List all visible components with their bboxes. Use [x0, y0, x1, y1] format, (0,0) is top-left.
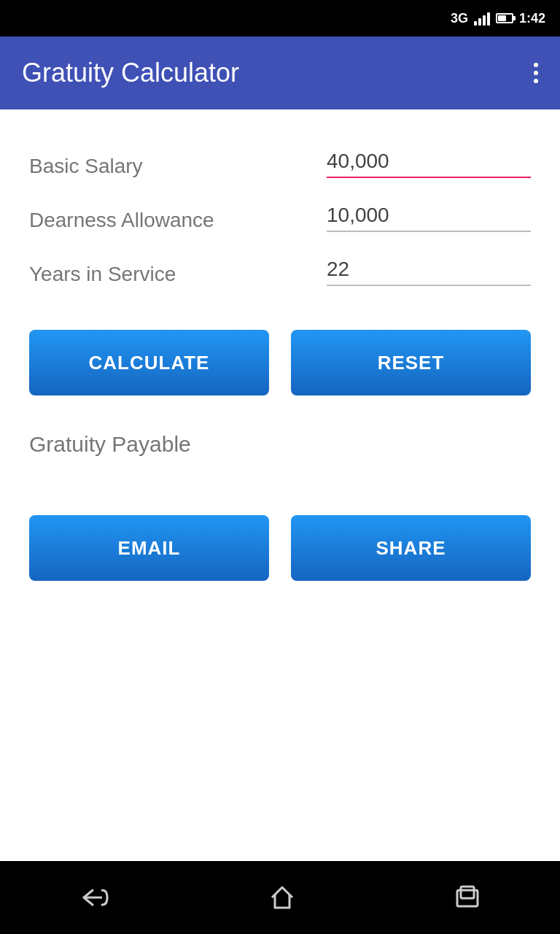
clock: 1:42: [519, 11, 545, 26]
battery-icon: [496, 13, 513, 23]
years-in-service-label: Years in Service: [29, 263, 176, 286]
dearness-allowance-input[interactable]: [327, 200, 531, 232]
recents-button[interactable]: [451, 881, 483, 914]
share-button[interactable]: SHARE: [291, 515, 531, 581]
more-options-button[interactable]: [534, 63, 538, 83]
app-title: Gratuity Calculator: [22, 58, 239, 88]
years-in-service-input-wrapper: [327, 254, 531, 286]
home-button[interactable]: [266, 881, 298, 914]
dearness-allowance-input-wrapper: [327, 200, 531, 232]
status-bar: 3G 1:42: [0, 0, 560, 36]
main-content: Basic Salary Dearness Allowance Years in…: [0, 109, 560, 861]
back-button[interactable]: [77, 884, 113, 911]
email-button[interactable]: EMAIL: [29, 515, 269, 581]
app-bar: Gratuity Calculator: [0, 36, 560, 109]
basic-salary-input-wrapper: [327, 146, 531, 178]
signal-icon: [474, 11, 490, 26]
result-label: Gratuity Payable: [29, 432, 531, 457]
status-icons: 3G 1:42: [451, 11, 545, 26]
network-indicator: 3G: [451, 11, 468, 26]
calculate-button[interactable]: CALCULATE: [29, 330, 269, 395]
form-section: Basic Salary Dearness Allowance Years in…: [29, 146, 531, 293]
basic-salary-row: Basic Salary: [29, 146, 531, 185]
navigation-bar: [0, 861, 560, 934]
years-in-service-row: Years in Service: [29, 254, 531, 293]
dearness-allowance-label: Dearness Allowance: [29, 209, 214, 232]
dearness-allowance-row: Dearness Allowance: [29, 200, 531, 239]
svg-rect-1: [461, 887, 474, 898]
primary-button-row: CALCULATE RESET: [29, 330, 531, 395]
basic-salary-label: Basic Salary: [29, 155, 143, 178]
secondary-button-row: EMAIL SHARE: [29, 515, 531, 581]
years-in-service-input[interactable]: [327, 254, 531, 286]
reset-button[interactable]: RESET: [291, 330, 531, 395]
basic-salary-input[interactable]: [327, 146, 531, 178]
result-section: Gratuity Payable: [29, 432, 531, 479]
